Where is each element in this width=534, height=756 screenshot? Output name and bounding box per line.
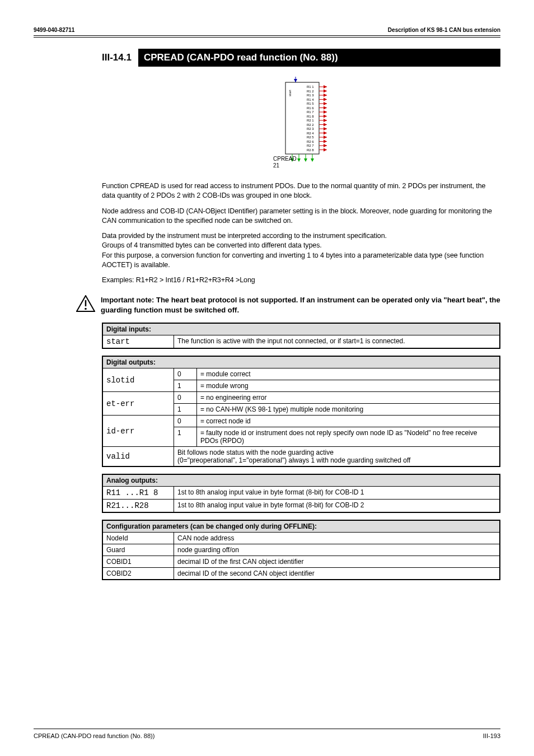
content: III-14.1 CPREAD (CAN-PDO read function (… — [34, 38, 500, 580]
dout-slotid-n0: 0 — [174, 368, 197, 380]
header-right: Description of KS 98-1 CAN bus extension — [388, 27, 500, 33]
svg-marker-38 — [324, 132, 327, 135]
paragraph-3c: For this purpose, a conversion function … — [102, 251, 484, 269]
note-text: Important note: The heart beat protocol … — [101, 295, 500, 315]
dout-slotid-name: slotid — [102, 368, 174, 392]
paragraph-3a: Data provided by the instrument must be … — [102, 232, 387, 240]
table-analog-outputs: Analog outputs: R11 ...R1 8 1st to 8th a… — [102, 474, 500, 513]
dout-iderr-n0: 0 — [174, 416, 197, 427]
footer-right: III-193 — [483, 732, 500, 739]
paragraph-3: Data provided by the instrument must be … — [102, 231, 500, 270]
svg-marker-56 — [304, 158, 307, 162]
svg-text:R2 7: R2 7 — [307, 144, 314, 147]
dout-iderr-t1: = faulty node id or instrument does not … — [197, 427, 500, 447]
svg-text:R2 1: R2 1 — [307, 119, 314, 122]
svg-marker-58 — [311, 158, 314, 162]
svg-marker-2 — [294, 79, 297, 82]
dout-iderr-t0: = correct node id — [197, 416, 500, 427]
svg-text:R2 3: R2 3 — [307, 127, 314, 130]
cfg-nodeid-desc: CAN node address — [174, 533, 500, 544]
dout-eterr-n1: 1 — [174, 404, 197, 416]
din-row-name: start — [102, 335, 174, 349]
aout-r1-name: R11 ...R1 8 — [102, 487, 174, 500]
diagram-start: start — [288, 90, 292, 96]
dout-eterr-n0: 0 — [174, 392, 197, 404]
svg-text:R1 8: R1 8 — [307, 115, 314, 118]
svg-marker-50 — [324, 148, 327, 152]
svg-text:R1 3: R1 3 — [307, 94, 314, 97]
dout-iderr-name: id-err — [102, 416, 174, 447]
dout-title: Digital outputs: — [102, 356, 500, 368]
svg-marker-5 — [324, 85, 327, 88]
svg-marker-54 — [297, 158, 301, 162]
dout-iderr-n1: 1 — [174, 427, 197, 447]
svg-marker-44 — [324, 140, 327, 143]
dout-slotid-t0: = module correct — [197, 368, 500, 380]
svg-marker-8 — [324, 90, 327, 93]
page: 9499-040-82711 Description of KS 98-1 CA… — [0, 0, 534, 756]
svg-marker-20 — [324, 106, 327, 110]
important-note: Important note: The heart beat protocol … — [76, 295, 500, 315]
svg-text:R1 4: R1 4 — [307, 98, 314, 101]
paragraph-3b: Groups of 4 transmitted bytes can be con… — [102, 241, 322, 249]
dout-slotid-n1: 1 — [174, 380, 197, 392]
svg-text:R1 1: R1 1 — [307, 85, 314, 88]
svg-marker-14 — [324, 98, 327, 101]
svg-marker-29 — [324, 119, 327, 122]
paragraph-2: Node address and COB-ID (CAN-OBject IDen… — [102, 207, 500, 226]
svg-marker-11 — [324, 94, 327, 97]
cfg-nodeid-name: NodeId — [102, 533, 174, 544]
svg-text:R2 5: R2 5 — [307, 136, 314, 139]
dout-valid-name: valid — [102, 447, 174, 467]
din-row-desc: The function is active with the input no… — [174, 335, 500, 349]
diagram-block-num: 21 — [273, 162, 280, 169]
svg-text:R2 4: R2 4 — [307, 132, 314, 135]
cfg-guard-desc: node guarding off/on — [174, 544, 500, 556]
dout-slotid-t1: = module wrong — [197, 380, 500, 392]
svg-text:R1 7: R1 7 — [307, 110, 314, 114]
svg-marker-23 — [324, 110, 327, 114]
svg-marker-47 — [324, 144, 327, 147]
svg-marker-26 — [324, 115, 327, 118]
page-footer: CPREAD (CAN-PDO read function (No. 88)) … — [34, 729, 500, 739]
cfg-cobid2-name: COBID2 — [102, 568, 174, 580]
page-header: 9499-040-82711 Description of KS 98-1 CA… — [34, 27, 500, 33]
dout-eterr-name: et-err — [102, 392, 174, 416]
aout-title: Analog outputs: — [102, 474, 500, 487]
aout-r2-name: R21...R28 — [102, 500, 174, 513]
dout-eterr-t0: = no engineering error — [197, 392, 500, 404]
table-config: Configuration parameters (can be changed… — [102, 520, 500, 580]
cfg-cobid1-name: COBID1 — [102, 556, 174, 568]
din-title: Digital inputs: — [102, 323, 500, 335]
block-diagram: start R1 1R1 2R1 3R1 4R1 5R1 6R1 7R1 8R2… — [102, 77, 500, 174]
aout-r1-desc: 1st to 8th analog input value in byte fo… — [174, 487, 500, 500]
cfg-title: Configuration parameters (can be changed… — [102, 520, 500, 533]
svg-point-61 — [85, 308, 87, 310]
svg-marker-32 — [324, 123, 327, 127]
section-number: III-14.1 — [102, 49, 138, 67]
svg-marker-41 — [324, 136, 327, 139]
section-title: CPREAD (CAN-PDO read function (No. 88)) — [138, 49, 500, 67]
dout-eterr-t1: = no CAN-HW (KS 98-1 type) multiple node… — [197, 404, 500, 416]
svg-text:R2 8: R2 8 — [307, 148, 314, 152]
table-digital-outputs: Digital outputs: slotid 0 = module corre… — [102, 356, 500, 467]
svg-marker-35 — [324, 127, 327, 130]
section-heading: III-14.1 CPREAD (CAN-PDO read function (… — [102, 49, 500, 67]
paragraph-4: Examples: R1+R2 > Int16 / R1+R2+R3+R4 >L… — [102, 276, 500, 285]
cfg-cobid2-desc: decimal ID of the second CAN object iden… — [174, 568, 500, 580]
svg-text:R1 6: R1 6 — [307, 106, 314, 110]
header-left: 9499-040-82711 — [34, 27, 74, 33]
paragraph-1: Function CPREAD is used for read access … — [102, 181, 500, 201]
svg-text:R1 5: R1 5 — [307, 102, 314, 105]
svg-marker-17 — [324, 102, 327, 105]
svg-text:R2 6: R2 6 — [307, 140, 314, 143]
footer-left: CPREAD (CAN-PDO read function (No. 88)) — [34, 732, 154, 739]
cfg-cobid1-desc: decimal ID of the first CAN object ident… — [174, 556, 500, 568]
cfg-guard-name: Guard — [102, 544, 174, 556]
diagram-block-label: CPREAD — [273, 156, 297, 162]
table-digital-inputs: Digital inputs: start The function is ac… — [102, 323, 500, 349]
warning-icon — [76, 295, 95, 314]
svg-text:R2 2: R2 2 — [307, 123, 314, 127]
aout-r2-desc: 1st to 8th analog input value in byte fo… — [174, 500, 500, 513]
dout-valid-desc: Bit follows node status with the node gu… — [174, 447, 500, 467]
